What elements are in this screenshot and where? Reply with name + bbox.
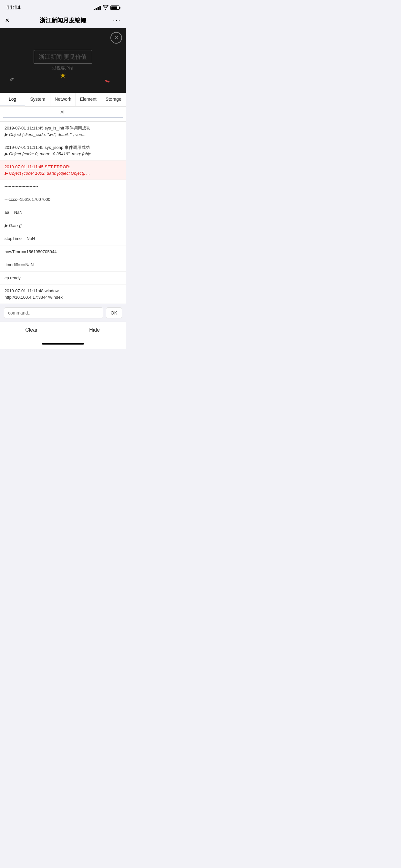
nav-bar: × 浙江新闻月度锦鲤 ··· bbox=[0, 13, 126, 28]
log-text-8: stopTime==NaN bbox=[4, 236, 121, 242]
wifi-icon bbox=[103, 5, 109, 11]
clear-button[interactable]: Clear bbox=[0, 322, 63, 338]
tab-element[interactable]: Element bbox=[76, 93, 101, 106]
log-text-6: aa==NaN bbox=[4, 209, 121, 216]
log-text-4: ------------------------ bbox=[4, 183, 121, 190]
log-sub-7: ▶ Date {} bbox=[4, 222, 121, 229]
status-bar: 11:14 bbox=[0, 0, 126, 13]
log-text-1: 2019-07-01 11:11:45 sys_is_init 事件调用成功 bbox=[4, 125, 121, 131]
log-text-9: nowTime==1561950705944 bbox=[4, 249, 121, 255]
command-input[interactable] bbox=[4, 307, 103, 318]
preview-image: 浙江新闻·更见价值 浙视客户端 ✕ ✏ ★ ▬ bbox=[0, 28, 126, 93]
log-sub-3: ▶ Object {code: 1002, data: [object Obje… bbox=[4, 170, 121, 177]
tab-storage[interactable]: Storage bbox=[101, 93, 126, 106]
log-entry-2[interactable]: 2019-07-01 11:11:45 sys_jsonp 事件调用成功 ▶ O… bbox=[0, 141, 126, 160]
preview-subtitle: 浙视客户端 bbox=[34, 65, 92, 71]
home-bar bbox=[42, 343, 84, 345]
preview-close-button[interactable]: ✕ bbox=[111, 32, 122, 43]
log-entry-1[interactable]: 2019-07-01 11:11:45 sys_is_init 事件调用成功 ▶… bbox=[0, 122, 126, 141]
log-text-10: timediff===NaN bbox=[4, 261, 121, 268]
status-time: 11:14 bbox=[6, 4, 20, 11]
log-entry-5[interactable]: ---cccc--1561617007000 bbox=[0, 193, 126, 206]
signal-bars-icon bbox=[94, 5, 101, 10]
log-entry-8[interactable]: stopTime==NaN bbox=[0, 232, 126, 245]
log-text-2: 2019-07-01 11:11:45 sys_jsonp 事件调用成功 bbox=[4, 144, 121, 151]
pencil-left-icon: ✏ bbox=[8, 75, 16, 84]
home-indicator bbox=[0, 338, 126, 349]
log-content: 2019-07-01 11:11:45 sys_is_init 事件调用成功 ▶… bbox=[0, 122, 126, 304]
filter-bar[interactable]: All bbox=[0, 106, 126, 122]
tab-bar: Log System Network Element Storage bbox=[0, 93, 126, 106]
tab-system[interactable]: System bbox=[25, 93, 50, 106]
log-entry-7[interactable]: ▶ Date {} bbox=[0, 219, 126, 232]
tab-log[interactable]: Log bbox=[0, 93, 25, 106]
command-ok-button[interactable]: OK bbox=[106, 307, 122, 318]
command-bar: OK bbox=[0, 304, 126, 321]
log-sub-2: ▶ Object {code: 0, mem: "0.35419", msg: … bbox=[4, 151, 121, 157]
log-text-12: 2019-07-01 11:11:48 windowhttp://10.100.… bbox=[4, 288, 121, 300]
pencil-right-icon: ▬ bbox=[104, 77, 111, 84]
filter-all-label: All bbox=[60, 110, 66, 115]
log-entry-9[interactable]: nowTime==1561950705944 bbox=[0, 245, 126, 259]
log-entry-6[interactable]: aa==NaN bbox=[0, 206, 126, 219]
log-entry-11[interactable]: cp ready bbox=[0, 272, 126, 285]
page-title: 浙江新闻月度锦鲤 bbox=[40, 17, 86, 24]
status-icons bbox=[94, 5, 120, 11]
close-button[interactable]: × bbox=[5, 16, 19, 25]
log-entry-4[interactable]: ------------------------ bbox=[0, 180, 126, 193]
star-icon: ★ bbox=[60, 71, 66, 80]
log-entry-3-error[interactable]: 2019-07-01 11:11:45 SET ERROR: ▶ Object … bbox=[0, 160, 126, 180]
log-entry-12[interactable]: 2019-07-01 11:11:48 windowhttp://10.100.… bbox=[0, 284, 126, 304]
log-sub-1: ▶ Object {client_code: "wx", detail: "",… bbox=[4, 131, 121, 138]
log-text-11: cp ready bbox=[4, 275, 121, 281]
bottom-buttons: Clear Hide bbox=[0, 321, 126, 338]
tab-network[interactable]: Network bbox=[50, 93, 75, 106]
log-text-3: 2019-07-01 11:11:45 SET ERROR: bbox=[4, 164, 121, 170]
log-text-5: ---cccc--1561617007000 bbox=[4, 196, 121, 203]
log-entry-10[interactable]: timediff===NaN bbox=[0, 258, 126, 272]
preview-logo-text: 浙江新闻·更见价值 bbox=[34, 50, 92, 64]
preview-logo: 浙江新闻·更见价值 浙视客户端 bbox=[34, 50, 92, 71]
hide-button[interactable]: Hide bbox=[63, 322, 126, 338]
battery-icon bbox=[111, 5, 120, 10]
more-button[interactable]: ··· bbox=[106, 16, 121, 25]
